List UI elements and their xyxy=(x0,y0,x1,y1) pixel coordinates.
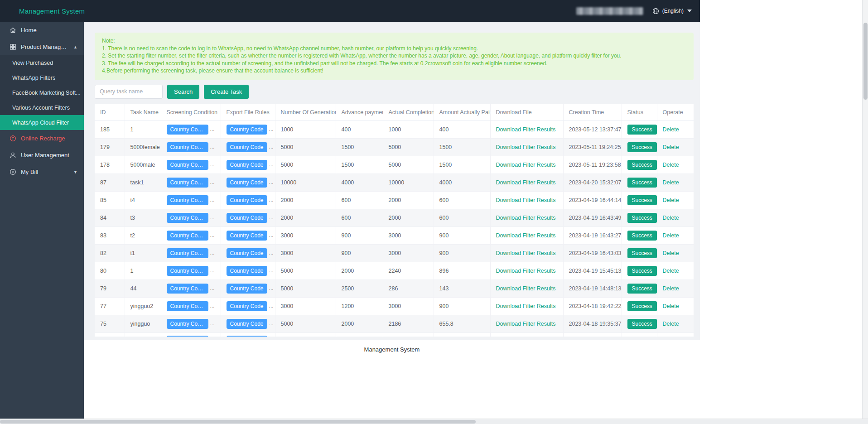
column-header: Status xyxy=(622,104,657,121)
task-table-card: IDTask NameScreening ConditionExport Fil… xyxy=(95,104,694,337)
search-button[interactable]: Search xyxy=(167,85,199,99)
export-rule-pill[interactable]: Country Code xyxy=(227,160,267,170)
cell-download-file: Download Filter Results xyxy=(490,280,563,298)
sidebar-item-various-account-filters[interactable]: Various Account Filters xyxy=(0,100,84,115)
export-rule-pill[interactable]: Country Code xyxy=(227,248,267,258)
screening-condition-pill[interactable]: Country Code[44] xyxy=(167,248,208,258)
export-rule-pill[interactable]: Country Code xyxy=(227,231,267,241)
download-filter-results-link[interactable]: Download Filter Results xyxy=(496,232,556,239)
cell-task-name: 1 xyxy=(125,262,161,280)
delete-link[interactable]: Delete xyxy=(663,162,679,168)
cell-empty xyxy=(434,333,490,337)
export-rule-pill[interactable]: Country Code xyxy=(227,284,267,294)
sidebar-item-view-purchased[interactable]: View Purchased xyxy=(0,55,84,70)
sidebar-item-whatsapp-cloud-filter[interactable]: WhatsApp Cloud Filter xyxy=(0,115,84,130)
screening-condition-pill[interactable]: Country Code[91] xyxy=(167,160,208,170)
screening-condition-pill[interactable]: Country Code[44] xyxy=(167,266,208,276)
cell-screening-condition: Country Code[44]... xyxy=(161,209,221,227)
screening-condition-pill[interactable]: Country Code[44] xyxy=(167,213,208,223)
download-filter-results-link[interactable]: Download Filter Results xyxy=(496,197,556,203)
download-filter-results-link[interactable]: Download Filter Results xyxy=(496,268,556,274)
vertical-scrollbar[interactable] xyxy=(862,0,868,424)
delete-link[interactable]: Delete xyxy=(663,321,679,327)
create-task-button[interactable]: Create Task xyxy=(204,85,249,99)
language-selector[interactable]: (English) xyxy=(652,7,692,14)
sidebar-item-home[interactable]: Home xyxy=(0,22,84,39)
delete-link[interactable]: Delete xyxy=(663,215,679,221)
download-filter-results-link[interactable]: Download Filter Results xyxy=(496,303,556,309)
screening-condition-pill[interactable]: Country Code[91] xyxy=(167,142,208,152)
task-name-search-input[interactable] xyxy=(95,85,163,99)
screening-condition-pill[interactable]: Country Code[44] xyxy=(167,319,208,329)
export-rule-pill[interactable]: Country Code xyxy=(227,336,267,337)
cell-screening-condition: Country Code[44]... xyxy=(161,315,221,333)
sidebar-item-facebook-marketing[interactable]: FaceBook Marketing Soft... xyxy=(0,85,84,100)
note-line: Note: xyxy=(102,37,686,45)
screening-condition-pill[interactable]: Country Code[44] xyxy=(167,195,208,205)
delete-link[interactable]: Delete xyxy=(663,268,679,274)
delete-link[interactable]: Delete xyxy=(663,179,679,186)
cell-status: Success xyxy=(622,209,657,227)
download-filter-results-link[interactable]: Download Filter Results xyxy=(496,250,556,256)
cell-advance-payment: 4000 xyxy=(336,174,383,192)
more-indicator: ... xyxy=(269,161,274,168)
screening-condition-pill[interactable]: Country Code[44] xyxy=(167,336,208,337)
cell-download-file: Download Filter Results xyxy=(490,192,563,209)
cell-task-name: t3 xyxy=(125,209,161,227)
delete-link[interactable]: Delete xyxy=(663,250,679,256)
cell-creation-time: 2023-04-19 16:44:14 xyxy=(563,192,622,209)
cell-export-rules: Country Code... xyxy=(221,262,275,280)
delete-link[interactable]: Delete xyxy=(663,303,679,309)
export-rule-pill[interactable]: Country Code xyxy=(227,301,267,311)
cell-export-rules: Country Code... xyxy=(221,227,275,245)
cell-task-name: 5000male xyxy=(125,156,161,174)
download-filter-results-link[interactable]: Download Filter Results xyxy=(496,321,556,327)
delete-link[interactable]: Delete xyxy=(663,126,679,133)
screening-condition-pill[interactable]: Country Code[44] xyxy=(167,231,208,241)
screening-condition-pill[interactable]: Country Code[44] xyxy=(167,284,208,294)
export-rule-pill[interactable]: Country Code xyxy=(227,266,267,276)
sidebar-item-product-management[interactable]: Product Management ▲ xyxy=(0,39,84,55)
delete-link[interactable]: Delete xyxy=(663,232,679,239)
vertical-scrollbar-thumb[interactable] xyxy=(863,23,868,100)
cell-creation-time: 2023-04-19 14:48:13 xyxy=(563,280,622,298)
horizontal-scrollbar[interactable] xyxy=(0,419,868,424)
screening-condition-pill[interactable]: Country Code[852] xyxy=(167,125,208,135)
export-rule-pill[interactable]: Country Code xyxy=(227,178,267,188)
column-header: Screening Condition xyxy=(161,104,221,121)
sidebar-item-user-management[interactable]: User Management xyxy=(0,147,84,164)
export-rule-pill[interactable]: Country Code xyxy=(227,319,267,329)
table-row: 87task1Country Code[44]...Country Code..… xyxy=(95,174,694,192)
more-indicator: ... xyxy=(269,214,274,221)
cell-task-name: 1 xyxy=(125,121,161,139)
export-rule-pill[interactable]: Country Code xyxy=(227,213,267,223)
delete-link[interactable]: Delete xyxy=(663,144,679,150)
download-filter-results-link[interactable]: Download Filter Results xyxy=(496,126,556,133)
screening-condition-pill[interactable]: Country Code[44] xyxy=(167,301,208,311)
delete-link[interactable]: Delete xyxy=(663,285,679,292)
cell-operate: Delete xyxy=(657,192,694,209)
export-rule-pill[interactable]: Country Code xyxy=(227,142,267,152)
download-filter-results-link[interactable]: Download Filter Results xyxy=(496,162,556,168)
screening-condition-pill[interactable]: Country Code[44] xyxy=(167,178,208,188)
cell-creation-time: 2023-04-19 16:43:49 xyxy=(563,209,622,227)
more-indicator: ... xyxy=(269,144,274,150)
download-filter-results-link[interactable]: Download Filter Results xyxy=(496,215,556,221)
sidebar-item-whatsapp-filters[interactable]: WhatsApp Filters xyxy=(0,70,84,85)
cell-generation: 5000 xyxy=(275,262,336,280)
export-rule-pill[interactable]: Country Code xyxy=(227,195,267,205)
download-filter-results-link[interactable]: Download Filter Results xyxy=(496,285,556,292)
cell-generation: 5000 xyxy=(275,315,336,333)
download-filter-results-link[interactable]: Download Filter Results xyxy=(496,144,556,150)
export-rule-pill[interactable]: Country Code xyxy=(227,125,267,135)
more-indicator: ... xyxy=(210,267,215,274)
cell-empty xyxy=(275,333,336,337)
cell-actual-completion: 2186 xyxy=(383,315,434,333)
more-indicator: ... xyxy=(269,303,274,309)
horizontal-scrollbar-thumb[interactable] xyxy=(0,420,476,424)
delete-link[interactable]: Delete xyxy=(663,197,679,203)
column-header: Actual Completion xyxy=(383,104,434,121)
download-filter-results-link[interactable]: Download Filter Results xyxy=(496,179,556,186)
sidebar-item-online-recharge[interactable]: Online Recharge xyxy=(0,130,84,147)
sidebar-item-my-bill[interactable]: My Bill ▼ xyxy=(0,164,84,180)
